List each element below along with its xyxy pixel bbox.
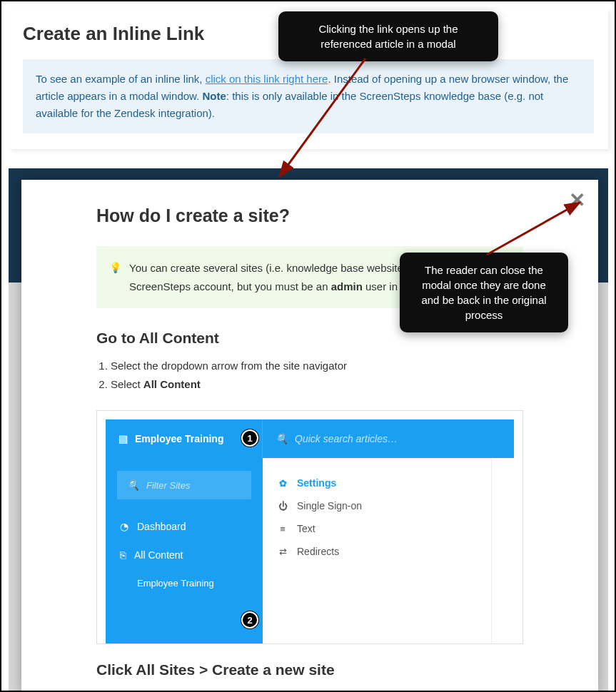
sidebar-item-label: All Content: [134, 549, 183, 561]
step-item: Select the dropdown arrow from the site …: [111, 357, 523, 375]
annotation-badge-2: 2: [241, 611, 258, 629]
redirect-icon: ⇄: [277, 546, 288, 557]
search-icon: 🔍: [276, 433, 288, 444]
site-name: Employee Training: [135, 433, 223, 444]
panel-item-label: Single Sign-on: [297, 500, 362, 512]
panel-item-label: Text: [297, 523, 315, 534]
lightbulb-icon: 💡: [109, 260, 121, 277]
ordered-steps: Select the dropdown arrow from the site …: [111, 357, 523, 393]
panel-item-label: Redirects: [297, 546, 339, 557]
info-note-label: Note: [202, 90, 226, 102]
info-box: To see an example of an inline link, cli…: [23, 59, 594, 133]
panel-item-text[interactable]: ≡ Text: [277, 517, 477, 540]
panel-item-label: Settings: [297, 477, 336, 489]
power-icon: ⏻: [277, 501, 288, 512]
close-icon[interactable]: ✕: [569, 188, 585, 212]
panel-cut-edge: [491, 458, 514, 643]
site-navigator[interactable]: ▤ Employee Training: [106, 419, 263, 458]
sidebar-item-label: Dashboard: [137, 521, 186, 532]
modal-title: How do I create a site?: [96, 205, 523, 226]
copy-icon: ⎘: [120, 549, 126, 561]
gear-icon: ✿: [277, 478, 288, 489]
text-icon: ≡: [277, 524, 288, 534]
panel-item-redirects[interactable]: ⇄ Redirects: [277, 540, 477, 563]
app-header: ▤ Employee Training 🔍 Quick search artic…: [106, 419, 514, 458]
quick-search[interactable]: 🔍 Quick search articles…: [263, 433, 514, 444]
card-icon: ▤: [118, 433, 128, 444]
search-placeholder: Quick search articles…: [295, 433, 398, 444]
search-icon: 🔍: [127, 479, 139, 491]
gauge-icon: ◔: [120, 521, 128, 532]
annotation-callout-1: Clicking the link opens up the reference…: [278, 11, 498, 61]
embedded-screenshot: ▤ Employee Training 🔍 Quick search artic…: [96, 410, 523, 644]
step-bold: All Content: [143, 378, 201, 390]
filter-placeholder: Filter Sites: [146, 480, 190, 491]
sidebar-item-all-content[interactable]: ⎘ All Content: [106, 541, 263, 569]
annotation-callout-2: The reader can close the modal once they…: [400, 253, 568, 332]
annotation-badge-1: 1: [241, 429, 258, 447]
app-settings-panel: ✿ Settings ⏻ Single Sign-on ≡ Text ⇄ Red…: [263, 458, 491, 643]
panel-item-settings[interactable]: ✿ Settings: [277, 472, 477, 494]
step-text: Select: [111, 378, 143, 390]
app-sidebar: 🔍 Filter Sites ◔ Dashboard ⎘ All Content…: [106, 458, 263, 643]
step-item: Select All Content: [111, 375, 523, 394]
tip-bold: admin: [331, 280, 363, 292]
inline-link-example[interactable]: click on this link right here: [206, 73, 328, 85]
sidebar-item-label: Employee Training: [137, 578, 214, 589]
panel-item-sso[interactable]: ⏻ Single Sign-on: [277, 494, 477, 517]
sidebar-item-dashboard[interactable]: ◔ Dashboard: [106, 512, 263, 541]
info-text: To see an example of an inline link,: [36, 73, 206, 85]
filter-sites-input[interactable]: 🔍 Filter Sites: [117, 471, 251, 499]
section-heading: Click All Sites > Create a new site: [96, 661, 523, 678]
sidebar-item-employee-training[interactable]: Employee Training: [106, 569, 263, 597]
